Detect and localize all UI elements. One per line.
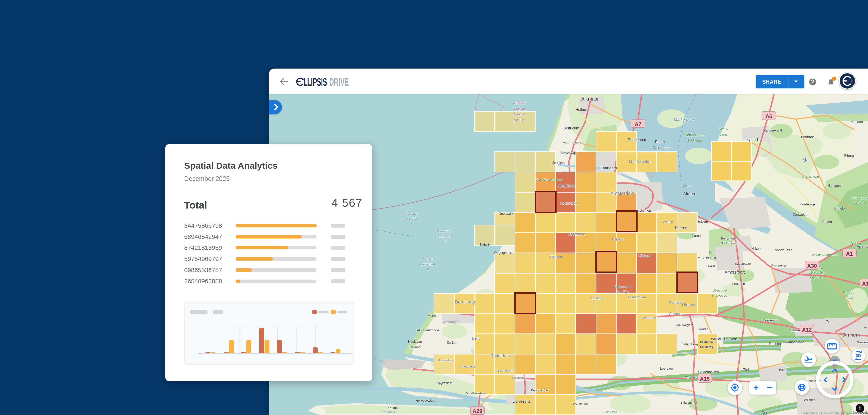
svg-text:Mijdrecht: Mijdrecht [639, 254, 652, 258]
svg-text:Oss: Oss [762, 411, 768, 415]
svg-text:Alphen aan: Alphen aan [614, 285, 631, 289]
svg-text:Monster: Monster [428, 314, 440, 317]
svg-text:Barendrecht: Barendrecht [497, 369, 513, 372]
svg-text:Voordelta: Voordelta [382, 410, 395, 414]
svg-text:Hilversum: Hilversum [698, 255, 716, 260]
svg-text:Leusden: Leusden [732, 282, 745, 285]
svg-text:Harskamp: Harskamp [810, 275, 824, 279]
svg-text:& IJmeer: & IJmeer [687, 139, 703, 143]
svg-text:Dordrecht: Dordrecht [513, 399, 530, 404]
svg-text:Katwijk: Katwijk [480, 243, 491, 246]
svg-text:A30: A30 [807, 263, 817, 269]
svg-text:Kampereiland: Kampereiland [764, 129, 782, 132]
svg-text:I: I [411, 222, 412, 226]
svg-text:Hoevelaken: Hoevelaken [734, 263, 751, 266]
svg-text:Schietkamp: Schietkamp [809, 271, 824, 274]
svg-text:Zeewolde: Zeewolde [793, 213, 807, 216]
svg-text:Lelystad: Lelystad [743, 138, 758, 142]
svg-text:A12: A12 [862, 281, 868, 287]
svg-text:Nieuwegein: Nieuwegein [676, 323, 693, 327]
svg-text:Wijchen: Wijchen [804, 398, 816, 402]
svg-text:Haarlem: Haarlem [558, 183, 575, 188]
svg-text:Almere: Almere [683, 192, 696, 196]
svg-text:A29: A29 [472, 408, 483, 414]
svg-text:Noordwijk: Noordwijk [499, 212, 514, 215]
svg-text:Uithoorn: Uithoorn [612, 238, 624, 241]
svg-text:Tiel: Tiel [743, 368, 749, 372]
svg-text:Utrecht: Utrecht [682, 303, 695, 307]
svg-text:Kust (zuid): Kust (zuid) [420, 263, 435, 266]
svg-text:Zaltbommel: Zaltbommel [681, 401, 697, 404]
svg-text:Veluwerandmeren: Veluwerandmeren [812, 253, 838, 256]
svg-text:Arnhem: Arnhem [843, 332, 860, 338]
svg-text:A6: A6 [765, 113, 772, 119]
svg-text:Bunschoten: Bunschoten [721, 237, 737, 240]
svg-text:Hoofddorp: Hoofddorp [568, 232, 585, 236]
svg-text:Bodegraven: Bodegraven [628, 296, 646, 299]
svg-text:'s-Gravenzande: 's-Gravenzande [416, 328, 439, 332]
svg-text:Delft: Delft [472, 336, 479, 341]
svg-text:Zaandam: Zaandam [600, 166, 617, 170]
svg-text:Zuid-Kennemerland: Zuid-Kennemerland [535, 178, 563, 181]
svg-text:Castricum: Castricum [562, 126, 579, 130]
svg-text:Maassluis: Maassluis [439, 358, 453, 362]
svg-text:LLIPSIS: LLIPSIS [303, 76, 327, 88]
svg-text:Nunspeet: Nunspeet [828, 184, 842, 187]
svg-text:Rhenen: Rhenen [769, 342, 781, 345]
svg-text:Vlaardingen: Vlaardingen [461, 365, 477, 368]
svg-text:Elburg: Elburg [844, 154, 854, 158]
svg-text:3D: 3D [856, 353, 861, 358]
svg-text:Egmond: Egmond [514, 112, 525, 116]
svg-text:Voorthuizen: Voorthuizen [775, 248, 793, 252]
svg-text:A1: A1 [846, 251, 853, 257]
svg-text:DRIVE: DRIVE [329, 76, 349, 88]
svg-text:Hillegom: Hillegom [550, 255, 563, 259]
svg-text:Velp: Velp [864, 326, 868, 330]
svg-text:Hoek van: Hoek van [408, 340, 422, 343]
svg-text:Wijk bij Duurstede: Wijk bij Duurstede [711, 337, 738, 341]
svg-text:Wageningen: Wageningen [786, 340, 806, 344]
svg-text:Heemskerk: Heemskerk [562, 141, 582, 145]
svg-text:Druten: Druten [777, 368, 787, 372]
svg-text:Purmerend: Purmerend [628, 138, 646, 142]
svg-text:Hollandse: Hollandse [438, 230, 452, 233]
svg-text:Kampen: Kampen [850, 120, 863, 124]
svg-text:Putten: Putten [822, 220, 832, 223]
svg-text:Veluwe: Veluwe [849, 241, 861, 245]
svg-text:Offshore: Offshore [513, 101, 525, 105]
svg-text:Nijkerk: Nijkerk [751, 247, 762, 250]
svg-text:Monnickendam: Monnickendam [629, 160, 652, 163]
svg-text:Bussum: Bussum [675, 226, 688, 230]
svg-text:A15: A15 [700, 376, 710, 382]
svg-text:IJmuiden: IJmuiden [551, 161, 566, 165]
svg-text:Holland: Holland [409, 345, 421, 349]
svg-text:Werkendam: Werkendam [573, 402, 590, 405]
svg-text:Houten: Houten [698, 327, 709, 331]
svg-text:Heiloo: Heiloo [576, 108, 586, 112]
svg-text:Harderwijk: Harderwijk [800, 203, 816, 206]
svg-text:Den Haag: Den Haag [455, 299, 475, 305]
svg-text:Markermeer: Markermeer [674, 117, 695, 122]
svg-text:Boskoop: Boskoop [591, 297, 604, 300]
svg-text:Eiland van: Eiland van [700, 340, 714, 343]
svg-text:Edam: Edam [655, 140, 664, 144]
svg-text:Oegstgeest: Oegstgeest [494, 251, 511, 254]
svg-text:den Rijn: den Rijn [617, 290, 629, 294]
svg-text:Hollandse: Hollandse [404, 212, 418, 215]
svg-text:Soest: Soest [707, 265, 715, 268]
svg-text:Ede: Ede [826, 320, 833, 324]
svg-text:Volendam: Volendam [653, 145, 670, 150]
svg-text:Schalkwijk: Schalkwijk [700, 345, 715, 348]
svg-text:Horsterwold: Horsterwold [802, 175, 819, 178]
svg-text:Land: Land [720, 133, 727, 136]
svg-text:IV: IV [443, 240, 446, 243]
svg-text:aan Zee: aan Zee [514, 118, 525, 122]
svg-text:Utrechtse: Utrechtse [713, 289, 727, 292]
svg-text:Ridderkerk: Ridderkerk [512, 376, 526, 379]
svg-text:Westervoort: Westervoort [857, 341, 868, 344]
svg-text:Hollandse: Hollandse [421, 257, 434, 261]
svg-text:Kust (zuid): Kust (zuid) [404, 217, 419, 220]
svg-text:Spijkenisse: Spijkenisse [437, 381, 453, 385]
svg-text:Spakenburg: Spakenburg [721, 241, 738, 245]
svg-text:het Loo: het Loo [856, 201, 865, 204]
